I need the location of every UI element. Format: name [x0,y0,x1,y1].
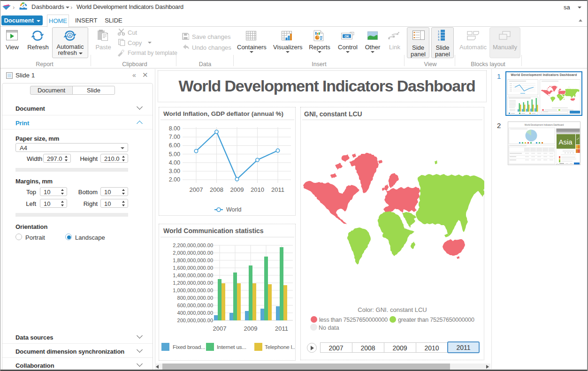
svg-text:2.00: 2.00 [169,176,180,183]
svg-text:2011: 2011 [271,186,284,193]
svg-text:Fixed broad...: Fixed broad... [173,344,205,350]
svg-text:2,200,000,000.00: 2,200,000,000.00 [173,242,213,248]
svg-text:800,000,000.00: 800,000,000.00 [177,295,213,301]
svg-text:1,800,000,000.00: 1,800,000,000.00 [173,257,213,263]
svg-text:2011: 2011 [275,325,288,332]
svg-text:2007: 2007 [213,325,227,332]
svg-text:A: A [69,33,71,38]
svg-text:World: World [226,206,241,213]
svg-text:1,400,000,000.00: 1,400,000,000.00 [173,273,213,278]
svg-text:4.00: 4.00 [169,159,180,166]
svg-text:1,600,000,000.00: 1,600,000,000.00 [173,265,213,271]
svg-text:6.00: 6.00 [169,142,180,149]
svg-text:600,000,000.00: 600,000,000.00 [177,303,213,308]
svg-text:2009: 2009 [230,186,244,193]
svg-text:Asia: Asia [558,138,573,146]
svg-text:200,000,000.00: 200,000,000.00 [177,318,213,323]
svg-text:Telephone l...: Telephone l... [265,344,295,350]
svg-text:2,000,000,000.00: 2,000,000,000.00 [173,250,213,256]
svg-text:2007: 2007 [190,186,203,193]
svg-text:Internet us...: Internet us... [217,344,246,350]
svg-text:3.00: 3.00 [169,168,180,174]
svg-text:7.00: 7.00 [169,134,180,140]
svg-text:8.00: 8.00 [169,125,180,132]
svg-text:2008: 2008 [210,186,223,193]
svg-text:2009: 2009 [244,325,258,332]
svg-text:2010: 2010 [251,186,264,193]
svg-text:1,200,000,000.00: 1,200,000,000.00 [173,280,213,286]
svg-text:5.00: 5.00 [169,151,180,158]
svg-text:400,000,000.00: 400,000,000.00 [177,310,213,316]
svg-text:1,000,000,000.00: 1,000,000,000.00 [173,288,213,293]
